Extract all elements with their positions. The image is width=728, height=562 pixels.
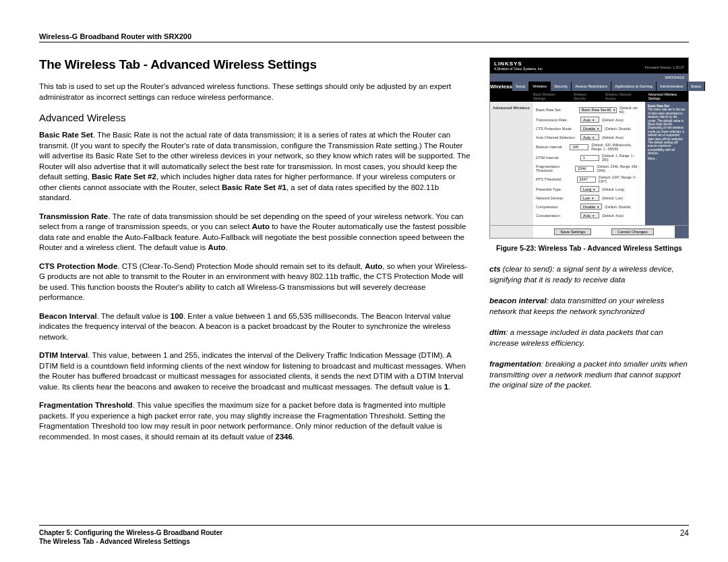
setting-select[interactable]: Disable xyxy=(580,125,602,131)
label: DTIM Interval xyxy=(39,351,88,359)
section-heading: Advanced Wireless xyxy=(39,112,471,123)
main-nav: Wireless Setup Wireless Security Access … xyxy=(490,82,688,91)
setting-default: (Default: Auto) xyxy=(602,214,624,218)
help-panel: Basic Rate Set: The basic rate set is th… xyxy=(645,102,688,225)
page-number: 24 xyxy=(680,528,689,538)
nav-section-label: Wireless xyxy=(490,82,512,91)
figure-caption: Figure 5-23: Wireless Tab - Advanced Wir… xyxy=(489,244,689,252)
setting-row: Concatenation:Auto(Default: Auto) xyxy=(536,212,642,218)
setting-label: Basic Rate Set: xyxy=(536,108,576,112)
setting-input[interactable]: 1 xyxy=(580,155,599,161)
setting-label: Fragmentation Threshold: xyxy=(536,164,572,173)
setting-row: Fragmentation Threshold:2346(Default: 23… xyxy=(536,164,642,173)
setting-label: Transmission Rate: xyxy=(536,118,578,122)
setting-select[interactable]: Auto xyxy=(580,117,599,123)
para-cts: CTS Protection Mode. CTS (Clear-To-Send)… xyxy=(39,261,471,303)
setting-row: RTS Threshold:2347(Default: 2347, Range:… xyxy=(536,175,642,183)
setting-row: Transmission Rate:Auto(Default: Auto) xyxy=(536,117,642,123)
subtab-security[interactable]: Wireless Security xyxy=(574,92,599,100)
para-basic-rate: Basic Rate Set. The Basic Rate is not th… xyxy=(39,130,471,204)
glossary-beacon: beacon interval: data transmitted on you… xyxy=(489,296,689,317)
para-tx-rate: Transmission Rate. The rate of data tran… xyxy=(39,212,471,253)
ss-header: LINKSYS A Division of Cisco Systems, Inc… xyxy=(490,58,688,73)
setting-select[interactable]: Auto xyxy=(580,212,599,218)
glossary-cts: cts (clear to send): a signal sent by a … xyxy=(489,264,689,285)
setting-row: Preamble Type:Long(Default: Long) xyxy=(536,186,642,192)
setting-row: DTIM Interval:1(Default: 1, Range: 1 - 2… xyxy=(536,154,642,162)
setting-default: (Default: set #2) xyxy=(619,106,642,114)
model-number: WRX54G2 xyxy=(665,75,684,80)
subtab-basic[interactable]: Basic Wireless Settings xyxy=(533,92,567,100)
setting-default: (Default: 2347, Range: 0 - 2347) xyxy=(599,175,642,183)
subtab-advanced[interactable]: Advanced Wireless Settings xyxy=(648,92,689,100)
setting-row: Compression:Disable(Default: Disable) xyxy=(536,204,642,210)
save-button[interactable]: Save Settings xyxy=(554,228,591,235)
tab-access[interactable]: Access Restrictions xyxy=(572,82,611,91)
page-footer: Chapter 5: Configuring the Wireless-G Br… xyxy=(39,525,689,546)
setting-input[interactable]: 2347 xyxy=(577,177,596,183)
tab-setup[interactable]: Setup xyxy=(512,82,529,91)
product-name: Wireless-G Broadband Router with SRX200 xyxy=(39,32,191,40)
cisco-logo xyxy=(675,226,688,238)
setting-row: CTS Protection Mode:Disable(Default: Dis… xyxy=(536,125,642,131)
label: Beacon Interval xyxy=(39,312,97,320)
setting-default: (Default: Low) xyxy=(602,196,623,200)
tab-apps[interactable]: Applications & Gaming xyxy=(611,82,657,91)
panel-label: Advanced Wireless xyxy=(490,102,533,225)
sidebar: LINKSYS A Division of Cisco Systems, Inc… xyxy=(489,57,689,450)
footer-chapter: Chapter 5: Configuring the Wireless-G Br… xyxy=(39,528,222,537)
setting-label: Network Density: xyxy=(536,196,578,200)
label: CTS Protection Mode xyxy=(39,262,117,270)
help-body: The basic rate set is the set of data ra… xyxy=(648,108,686,155)
help-more-link[interactable]: More... xyxy=(648,157,686,160)
cancel-button[interactable]: Cancel Changes xyxy=(611,228,653,235)
setting-label: Compression: xyxy=(536,205,578,209)
page-title: The Wireless Tab - Advanced Wireless Set… xyxy=(39,57,471,72)
setting-select[interactable]: Disable xyxy=(580,204,602,210)
tab-wireless[interactable]: Wireless xyxy=(529,82,551,91)
settings-form: Basic Rate Set:Basic Rate Set #2(Default… xyxy=(533,102,645,225)
setting-input[interactable]: 100 xyxy=(570,144,588,150)
setting-default: (Default: Long) xyxy=(602,187,624,191)
setting-input[interactable]: 2346 xyxy=(575,166,594,172)
setting-select[interactable]: Low xyxy=(580,195,599,201)
doc-header: Wireless-G Broadband Router with SRX200 xyxy=(39,32,689,42)
setting-label: Auto Channel Selection: xyxy=(536,135,578,139)
setting-select[interactable]: Auto xyxy=(580,134,599,140)
setting-select[interactable]: Basic Rate Set #2 xyxy=(579,107,617,113)
setting-default: (Default: 1, Range: 1 - 255) xyxy=(602,154,642,162)
tab-admin[interactable]: Administration xyxy=(657,82,688,91)
setting-default: (Default: Auto) xyxy=(602,135,624,139)
tab-security[interactable]: Security xyxy=(551,82,572,91)
setting-row: Basic Rate Set:Basic Rate Set #2(Default… xyxy=(536,106,642,114)
glossary-fragmentation: fragmentation: breaking a packet into sm… xyxy=(489,359,689,391)
ss-body: Advanced Wireless Basic Rate Set:Basic R… xyxy=(490,102,688,225)
intro-paragraph: This tab is used to set up the Router's … xyxy=(39,82,471,102)
setting-row: Beacon Interval:100(Default: 100, Millis… xyxy=(536,143,642,151)
setting-default: (Default: Disable) xyxy=(605,205,631,209)
setting-row: Network Density:Low(Default: Low) xyxy=(536,195,642,201)
setting-label: CTS Protection Mode: xyxy=(536,127,578,131)
nav-tabs: Setup Wireless Security Access Restricti… xyxy=(512,82,705,91)
setting-label: Beacon Interval: xyxy=(536,145,567,149)
para-frag: Fragmentation Threshold. This value spec… xyxy=(39,400,471,442)
footer-left: Chapter 5: Configuring the Wireless-G Br… xyxy=(39,528,222,546)
setting-label: Concatenation: xyxy=(536,214,578,218)
footer-subtitle: The Wireless Tab - Advanced Wireless Set… xyxy=(39,537,222,546)
setting-label: RTS Threshold: xyxy=(536,177,574,181)
label: Fragmentation Threshold xyxy=(39,401,133,409)
ss-footer: Save Settings Cancel Changes xyxy=(490,225,688,238)
sub-nav: Basic Wireless Settings Wireless Securit… xyxy=(490,91,688,102)
model-row: WRX54G2 xyxy=(490,73,688,82)
glossary-dtim: dtim: a message included in data packets… xyxy=(489,327,689,348)
setting-select[interactable]: Long xyxy=(580,186,599,192)
tab-status[interactable]: Status xyxy=(688,82,706,91)
content: The Wireless Tab - Advanced Wireless Set… xyxy=(39,57,689,450)
label: Basic Rate Set xyxy=(39,131,93,139)
router-screenshot: LINKSYS A Division of Cisco Systems, Inc… xyxy=(489,57,689,239)
para-dtim: DTIM Interval. This value, between 1 and… xyxy=(39,350,471,392)
setting-default: (Default: 2346, Range: 256 - 2346) xyxy=(597,164,642,173)
subtab-access[interactable]: Wireless Network Access xyxy=(605,92,642,100)
setting-label: DTIM Interval: xyxy=(536,156,578,160)
setting-row: Auto Channel Selection:Auto(Default: Aut… xyxy=(536,134,642,140)
